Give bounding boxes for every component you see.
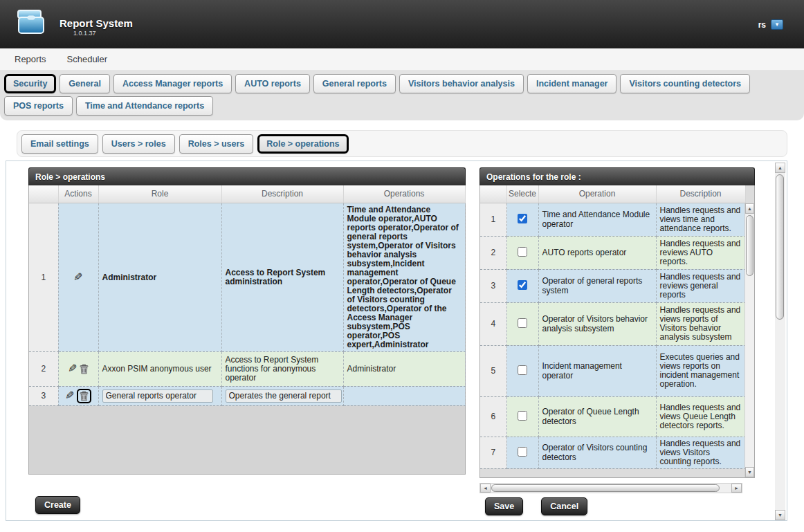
- subtab-roles-users[interactable]: Roles > users: [179, 134, 254, 154]
- role-row-editing[interactable]: 3 ✎: [29, 386, 465, 405]
- operation-row[interactable]: 2 AUTO reports operator Handles requests…: [480, 236, 745, 269]
- cancel-button[interactable]: Cancel: [541, 497, 587, 515]
- subtab-users-roles[interactable]: Users > roles: [102, 134, 175, 154]
- subtab-role-operations[interactable]: Role > operations: [257, 134, 348, 154]
- operation-checkbox[interactable]: [518, 318, 527, 328]
- page-vertical-scrollbar[interactable]: ▲ ▼: [775, 163, 785, 520]
- row-number: 3: [480, 269, 506, 302]
- tab-auto-reports[interactable]: AUTO reports: [235, 74, 310, 93]
- tab-pos-reports[interactable]: POS reports: [4, 96, 73, 116]
- role-name-edit-cell: [98, 386, 221, 405]
- triangle-up-icon: ▲: [747, 206, 752, 211]
- tab-visitors-behavior-analysis[interactable]: Visitors behavior analysis: [399, 74, 524, 93]
- operation-description-cell: Handles requests and reviews general rep…: [656, 269, 745, 302]
- role-row-anonymous-user[interactable]: 2 ✎: [29, 351, 465, 386]
- operation-description-cell: Handles requests and reviews AUTO report…: [656, 236, 745, 269]
- operation-row[interactable]: 1 Time and Attendance Module operator Ha…: [480, 203, 745, 236]
- edit-icon[interactable]: ✎: [68, 363, 77, 374]
- role-operations-cell: Administrator: [343, 351, 465, 386]
- scroll-down-button[interactable]: ▼: [775, 510, 785, 520]
- role-operations-cell: [343, 386, 465, 405]
- operation-row[interactable]: 7 Operator of Visitors counting detector…: [480, 437, 745, 468]
- operations-vertical-scrollbar[interactable]: ▲ ▼: [744, 203, 754, 477]
- delete-icon-focused[interactable]: [77, 389, 91, 403]
- create-button[interactable]: Create: [35, 496, 80, 514]
- roles-table: Actions Role Description Operations 1 ✎: [28, 185, 466, 475]
- tab-row-2: POS reports Time and Attendance reports: [3, 96, 801, 116]
- edit-icon[interactable]: ✎: [73, 272, 82, 283]
- tab-general[interactable]: General: [60, 74, 110, 93]
- scroll-up-button[interactable]: ▲: [745, 203, 754, 214]
- role-operations-panel: Role > operations Actions Role Descripti…: [28, 167, 466, 514]
- tab-visitors-counting-detectors[interactable]: Visitors counting detectors: [620, 74, 750, 93]
- row-number: 4: [480, 302, 506, 345]
- report-tabs: Security General Access Manager reports …: [0, 71, 804, 120]
- operation-name-cell: Operator of Visitors behavior analysis s…: [538, 302, 656, 345]
- menu-reports[interactable]: Reports: [15, 54, 46, 64]
- row-number: 1: [29, 203, 58, 351]
- app-logo-icon: [15, 8, 47, 40]
- operation-description-cell: Executes queries and views reports on in…: [656, 345, 745, 396]
- app-title: Report System: [60, 17, 133, 29]
- delete-icon[interactable]: [80, 364, 89, 374]
- operation-checkbox[interactable]: [518, 280, 527, 290]
- security-subtabs: Email settings Users > roles Roles > use…: [17, 130, 787, 157]
- content-area: Role > operations Actions Role Descripti…: [6, 160, 787, 521]
- tab-access-manager-reports[interactable]: Access Manager reports: [113, 74, 232, 93]
- user-name: rs: [758, 20, 766, 30]
- operation-checkbox[interactable]: [518, 214, 527, 223]
- scroll-right-button[interactable]: ►: [731, 484, 742, 493]
- row-number: 2: [29, 351, 58, 386]
- operation-row[interactable]: 4 Operator of Visitors behavior analysis…: [480, 302, 745, 345]
- col-row-number: [29, 185, 58, 203]
- title-block: Report System 1.0.1.37: [60, 17, 133, 37]
- col-selected: Selecte: [506, 185, 538, 203]
- user-area: rs ▾: [758, 19, 783, 30]
- col-operation: Operation: [538, 185, 656, 203]
- role-description-input[interactable]: [226, 389, 342, 403]
- scroll-left-button[interactable]: ◄: [480, 484, 491, 493]
- tab-security[interactable]: Security: [4, 74, 56, 93]
- operations-horizontal-scrollbar[interactable]: ◄ ►: [479, 483, 742, 493]
- role-name-cell: Administrator: [98, 203, 221, 351]
- row-number: 6: [480, 396, 506, 437]
- selected-cell: [506, 437, 538, 468]
- role-row-administrator[interactable]: 1 ✎ Administrator Access to Report Syste…: [29, 203, 465, 351]
- role-name-input[interactable]: [102, 389, 213, 403]
- role-name-cell: Axxon PSIM anonymous user: [98, 351, 221, 386]
- save-button[interactable]: Save: [485, 497, 523, 515]
- selected-cell: [506, 302, 538, 345]
- operation-row[interactable]: 6 Operator of Queue Length detectors Han…: [480, 396, 745, 437]
- actions-cell: ✎: [58, 203, 98, 351]
- user-menu-button[interactable]: ▾: [771, 19, 783, 30]
- subtab-email-settings[interactable]: Email settings: [21, 134, 98, 154]
- menu-scheduler[interactable]: Scheduler: [67, 54, 108, 64]
- operation-row[interactable]: 3 Operator of general reports system Han…: [480, 269, 745, 302]
- operations-table: Selecte Operation Description 1 Time and…: [479, 185, 755, 478]
- operations-for-role-panel: Operations for the role : Selecte Operat…: [479, 167, 755, 515]
- scroll-up-button[interactable]: ▲: [775, 163, 785, 173]
- roles-table-header: Actions Role Description Operations: [29, 185, 465, 203]
- scroll-down-button[interactable]: ▼: [745, 467, 754, 477]
- scrollbar-thumb[interactable]: [776, 174, 784, 320]
- selected-cell: [506, 236, 538, 269]
- operation-checkbox[interactable]: [518, 365, 527, 375]
- scrollbar-thumb[interactable]: [491, 484, 720, 492]
- operation-name-cell: Incident management operator: [538, 345, 656, 396]
- role-description-cell: Access to Report System functions for an…: [221, 351, 343, 386]
- role-description-edit-cell: [221, 386, 343, 405]
- operation-description-cell: Handles requests and views Visitors coun…: [656, 437, 745, 468]
- edit-icon[interactable]: ✎: [65, 390, 74, 401]
- operation-checkbox[interactable]: [518, 411, 527, 421]
- tab-general-reports[interactable]: General reports: [313, 74, 396, 93]
- col-actions: Actions: [58, 185, 98, 203]
- operation-checkbox[interactable]: [518, 447, 527, 457]
- row-number: 2: [480, 236, 506, 269]
- operation-checkbox[interactable]: [518, 247, 527, 257]
- tab-time-and-attendance-reports[interactable]: Time and Attendance reports: [76, 96, 213, 116]
- left-panel-title: Role > operations: [28, 167, 466, 185]
- tab-incident-manager[interactable]: Incident manager: [527, 74, 617, 93]
- operation-name-cell: Operator of Queue Length detectors: [538, 396, 656, 437]
- scrollbar-thumb[interactable]: [746, 215, 753, 276]
- operation-row[interactable]: 5 Incident management operator Executes …: [480, 345, 745, 396]
